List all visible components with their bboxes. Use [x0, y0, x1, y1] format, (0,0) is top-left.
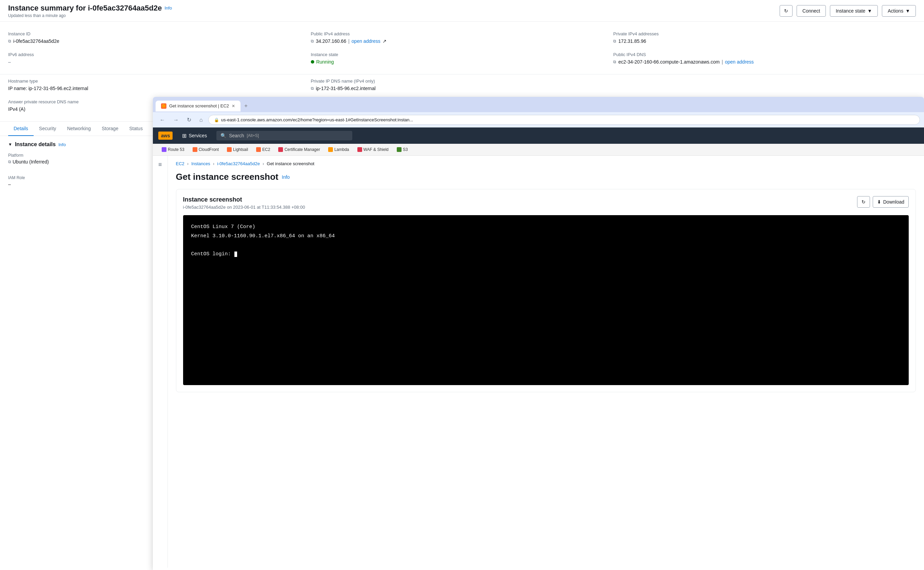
aws-main-content: EC2 › Instances › i-0fe5ac32764aa5d2e › …	[168, 156, 924, 568]
private-dns-section: Private IP DNS name (IPv4 only) ⧉ ip-172…	[311, 74, 614, 95]
page-title: Instance summary for i-0fe5ac32764aa5d2e…	[8, 4, 172, 12]
copy-icon[interactable]: ⧉	[613, 60, 616, 64]
screenshot-panel-title: Instance screenshot	[183, 196, 305, 203]
grid-icon: ⊞	[182, 133, 186, 139]
route53-icon	[162, 147, 166, 152]
sidebar-toggle[interactable]: ≡	[153, 156, 168, 568]
bookmark-ec2[interactable]: EC2	[253, 146, 273, 153]
terminal-screenshot: CentOS Linux 7 (Core) Kernel 3.10.0-1160…	[183, 215, 909, 385]
new-tab-button[interactable]: ＋	[241, 100, 251, 112]
search-icon: 🔍	[220, 133, 226, 138]
page-info-link[interactable]: Info	[282, 175, 290, 180]
breadcrumb-instance-id[interactable]: i-0fe5ac32764aa5d2e	[217, 161, 260, 166]
tab-networking[interactable]: Networking	[61, 122, 96, 136]
reload-button[interactable]: ↻	[184, 115, 194, 124]
tab-close-button[interactable]: ✕	[232, 104, 235, 109]
bookmark-cloudfront[interactable]: CloudFront	[189, 146, 222, 153]
back-button[interactable]: ←	[157, 116, 168, 124]
breadcrumb-sep1: ›	[187, 161, 189, 166]
breadcrumb: EC2 › Instances › i-0fe5ac32764aa5d2e › …	[176, 161, 916, 166]
url-bar[interactable]: 🔒 us-east-1.console.aws.amazon.com/ec2/h…	[208, 115, 920, 125]
ipv6-value: –	[8, 59, 311, 64]
terminal-line-2: Kernel 3.10.0-1160.90.1.el7.x86_64 on an…	[191, 233, 901, 240]
screenshot-panel: Instance screenshot i-0fe5ac32764aa5d2e …	[176, 189, 916, 392]
copy-icon[interactable]: ⧉	[311, 86, 314, 91]
breadcrumb-instances[interactable]: Instances	[191, 161, 210, 166]
empty-section	[613, 74, 916, 95]
screenshot-download-button[interactable]: ⬇ Download	[873, 196, 909, 208]
top-bar-left: Instance summary for i-0fe5ac32764aa5d2e…	[8, 4, 172, 18]
public-ipv4-section: Public IPv4 address ⧉ 34.207.160.66 | op…	[311, 27, 614, 48]
aws-logo-text: aws	[158, 132, 173, 140]
browser-tab-title: Get instance screenshot | EC2	[169, 103, 229, 109]
tab-storage[interactable]: Storage	[96, 122, 124, 136]
lock-icon: 🔒	[214, 118, 219, 123]
hostname-type-label: Hostname type	[8, 78, 311, 84]
public-ipv4-label: Public IPv4 address	[311, 31, 614, 36]
instance-id-value: ⧉ i-0fe5ac32764aa5d2e	[8, 38, 311, 44]
open-dns-link[interactable]: open address	[725, 59, 754, 64]
external-link-icon: ↗	[382, 38, 386, 44]
tab-status[interactable]: Status	[124, 122, 148, 136]
tab-security[interactable]: Security	[34, 122, 62, 136]
breadcrumb-current: Get instance screenshot	[267, 161, 314, 166]
instance-id-label: Instance ID	[8, 31, 311, 36]
bookmark-lightsail[interactable]: Lightsail	[223, 146, 251, 153]
top-bar: Instance summary for i-0fe5ac32764aa5d2e…	[0, 0, 924, 22]
copy-icon[interactable]: ⧉	[8, 159, 11, 164]
lambda-icon	[328, 147, 333, 152]
refresh-button[interactable]: ↻	[780, 5, 793, 17]
private-ipv4-value: ⧉ 172.31.85.96	[613, 38, 916, 44]
forward-button[interactable]: →	[171, 116, 182, 124]
bookmarks-bar: Route 53 CloudFront Lightsail EC2 Certif…	[153, 144, 924, 156]
chevron-down-icon: ▼	[867, 8, 872, 14]
bookmark-cert[interactable]: Certificate Manager	[275, 146, 324, 153]
waf-icon	[357, 147, 362, 152]
aws-content-area: ≡ EC2 › Instances › i-0fe5ac32764aa5d2e …	[153, 156, 924, 568]
ipv6-section: IPv6 address –	[8, 48, 311, 69]
terminal-line-4: CentOS login:	[191, 250, 901, 258]
instance-state-section: Instance state Running	[311, 48, 614, 69]
private-ipv4-section: Private IPv4 addresses ⧉ 172.31.85.96	[613, 27, 916, 48]
screenshot-panel-header: Instance screenshot i-0fe5ac32764aa5d2e …	[183, 196, 909, 210]
instance-state-value: Running	[311, 59, 614, 64]
bookmark-waf[interactable]: WAF & Shield	[354, 146, 392, 153]
aws-services-button[interactable]: ⊞ Services	[178, 130, 211, 142]
terminal-cursor	[234, 251, 237, 257]
browser-tab[interactable]: 🟠 Get instance screenshot | EC2 ✕	[156, 101, 241, 112]
screenshot-refresh-button[interactable]: ↻	[857, 196, 870, 208]
copy-icon[interactable]: ⧉	[8, 39, 11, 43]
instance-state-label: Instance state	[311, 52, 614, 57]
actions-button[interactable]: Actions ▼	[882, 5, 916, 17]
private-dns-label: Private IP DNS name (IPv4 only)	[311, 78, 614, 84]
public-dns-section: Public IPv4 DNS ⧉ ec2-34-207-160-66.comp…	[613, 48, 916, 69]
browser-tab-bar: 🟠 Get instance screenshot | EC2 ✕ ＋	[153, 97, 924, 112]
breadcrumb-ec2[interactable]: EC2	[176, 161, 185, 166]
lightsail-icon	[227, 147, 232, 152]
breadcrumb-sep2: ›	[213, 161, 214, 166]
info-link[interactable]: Info	[164, 5, 172, 11]
url-text: us-east-1.console.aws.amazon.com/ec2/hom…	[221, 117, 413, 123]
connect-button[interactable]: Connect	[797, 5, 826, 17]
aws-logo: aws	[158, 132, 173, 140]
public-ipv4-value: ⧉ 34.207.160.66 | open address ↗	[311, 38, 614, 44]
updated-text: Updated less than a minute ago	[8, 13, 172, 18]
hostname-type-section: Hostname type IP name: ip-172-31-85-96.e…	[8, 74, 311, 95]
copy-icon[interactable]: ⧉	[613, 39, 616, 43]
bookmark-route53[interactable]: Route 53	[158, 146, 188, 153]
chevron-down-icon: ▼	[8, 142, 12, 147]
copy-icon[interactable]: ⧉	[311, 39, 314, 43]
bookmark-s3[interactable]: S3	[393, 146, 411, 153]
screenshot-panel-title-group: Instance screenshot i-0fe5ac32764aa5d2e …	[183, 196, 305, 210]
aws-search-bar[interactable]: 🔍 Search [Alt+S]	[216, 131, 352, 140]
details-info-link[interactable]: Info	[58, 142, 66, 147]
browser-tab-icon: 🟠	[161, 103, 166, 109]
bookmark-lambda[interactable]: Lambda	[325, 146, 352, 153]
home-button[interactable]: ⌂	[197, 116, 206, 124]
tab-details[interactable]: Details	[8, 122, 34, 136]
chevron-down-icon: ▼	[905, 8, 910, 14]
background-page: Instance summary for i-0fe5ac32764aa5d2e…	[0, 0, 924, 570]
instance-state-button[interactable]: Instance state ▼	[830, 5, 878, 17]
open-address-link[interactable]: open address	[351, 38, 380, 44]
ec2-icon	[256, 147, 261, 152]
